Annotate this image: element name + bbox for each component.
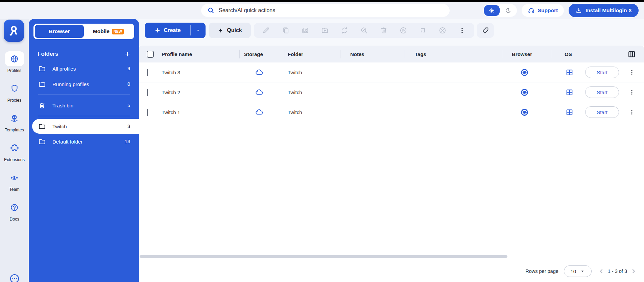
folder-item-trash-bin[interactable]: Trash bin 5 xyxy=(29,98,139,113)
next-page-button[interactable] xyxy=(628,268,639,275)
previous-page-button[interactable] xyxy=(596,268,606,275)
verify-proxy-icon[interactable] xyxy=(360,26,368,34)
duplicate-icon[interactable] xyxy=(282,26,290,34)
move-to-folder-icon[interactable] xyxy=(321,26,329,34)
divider xyxy=(38,95,130,95)
row-menu-button[interactable] xyxy=(628,69,635,76)
rail-item-extensions[interactable]: Extensions xyxy=(0,137,29,167)
columns-settings-button[interactable] xyxy=(627,50,636,58)
create-label: Create xyxy=(164,27,181,33)
light-theme-button[interactable] xyxy=(484,5,500,16)
profile-name[interactable]: Twitch 1 xyxy=(158,109,239,115)
rail-item-profiles[interactable]: Profiles xyxy=(0,48,29,78)
search-icon xyxy=(207,7,215,14)
rail-item-templates[interactable]: Templates xyxy=(0,107,29,137)
folder-label: Trash bin xyxy=(52,103,127,108)
mimic-browser-icon xyxy=(520,108,552,117)
page-size-select[interactable]: 10 xyxy=(564,265,592,277)
edit-icon[interactable] xyxy=(262,26,270,34)
row-menu-button[interactable] xyxy=(628,109,635,116)
folder-item-all-profiles[interactable]: All profiles 9 xyxy=(29,61,139,76)
tab-mobile-label: Mobile xyxy=(93,28,110,34)
row-menu-button[interactable] xyxy=(628,89,635,96)
start-button[interactable]: Start xyxy=(585,86,619,98)
folder-icon xyxy=(38,138,46,146)
create-button[interactable]: Create xyxy=(145,23,206,38)
search-input[interactable] xyxy=(219,7,444,14)
dark-theme-button[interactable] xyxy=(500,5,516,16)
rail-item-proxies[interactable]: Proxies xyxy=(0,78,29,107)
quick-button[interactable]: Quick xyxy=(209,23,251,38)
tab-mobile[interactable]: Mobile NEW xyxy=(84,25,133,38)
app-logo[interactable] xyxy=(4,20,24,42)
folder-label: Twitch xyxy=(52,124,127,129)
row-checkbox[interactable] xyxy=(147,89,148,96)
divider xyxy=(38,116,130,116)
rail-label: Team xyxy=(9,187,20,192)
start-button[interactable]: Start xyxy=(585,67,619,78)
column-header-tags[interactable]: Tags xyxy=(405,46,503,62)
folder-item-running-profiles[interactable]: Running profiles 0 xyxy=(29,76,139,92)
rail-item-team[interactable]: Team xyxy=(0,167,29,197)
folder-label: All profiles xyxy=(52,66,127,72)
select-icon[interactable] xyxy=(419,26,427,34)
quick-label: Quick xyxy=(227,27,242,33)
team-icon xyxy=(10,173,19,182)
folder-count: 5 xyxy=(127,103,130,108)
profile-name[interactable]: Twitch 3 xyxy=(158,70,239,75)
cloud-icon xyxy=(255,108,285,117)
bulk-actions-bar xyxy=(254,23,474,38)
folder-icon xyxy=(38,123,46,130)
support-button[interactable]: Support xyxy=(522,4,564,17)
create-dropdown-button[interactable] xyxy=(191,28,206,33)
columns-icon xyxy=(627,50,636,58)
clone-profile-icon[interactable] xyxy=(301,26,309,34)
more-actions-icon[interactable] xyxy=(458,26,466,34)
delete-icon[interactable] xyxy=(380,26,388,34)
column-header-storage[interactable]: Storage xyxy=(239,46,285,62)
tab-browser-label: Browser xyxy=(49,28,70,34)
row-checkbox[interactable] xyxy=(147,69,148,76)
select-all-checkbox[interactable] xyxy=(147,51,154,58)
kebab-icon xyxy=(628,69,635,76)
refresh-icon[interactable] xyxy=(340,26,349,34)
chevron-down-icon xyxy=(195,28,201,33)
pagination: Rows per page 10 1 - 3 of 3 xyxy=(525,265,644,277)
tags-button[interactable] xyxy=(477,23,494,38)
column-header-folder[interactable]: Folder xyxy=(285,46,340,62)
folder-label: Running profiles xyxy=(52,81,127,87)
rows-per-page-label: Rows per page xyxy=(525,268,558,274)
profile-name[interactable]: Twitch 2 xyxy=(158,89,239,95)
table-header: Profile name Storage Folder Notes Tags B… xyxy=(139,46,644,62)
folder-item-default-folder[interactable]: Default folder 13 xyxy=(29,134,139,149)
column-header-notes[interactable]: Notes xyxy=(340,46,405,62)
start-button[interactable]: Start xyxy=(585,106,619,118)
cancel-icon[interactable] xyxy=(438,26,447,34)
folder-count: 9 xyxy=(127,66,130,71)
rail-item-docs[interactable]: Docs xyxy=(0,197,29,226)
multilogin-logo-icon xyxy=(8,24,20,37)
headset-icon xyxy=(528,7,535,14)
kebab-icon xyxy=(628,89,635,96)
tab-browser[interactable]: Browser xyxy=(35,25,84,38)
rail-label: Templates xyxy=(5,128,24,132)
more-menu-button[interactable] xyxy=(9,273,20,282)
profiles-toolbar: Create Quick xyxy=(139,23,644,38)
horizontal-scrollbar[interactable] xyxy=(140,255,507,258)
column-header-browser[interactable]: Browser xyxy=(503,46,552,62)
row-checkbox[interactable] xyxy=(147,109,148,116)
add-folder-button[interactable] xyxy=(124,51,131,57)
install-button[interactable]: Install Multilogin X xyxy=(569,4,639,17)
launch-icon[interactable] xyxy=(399,26,407,34)
profile-type-tabs: Browser Mobile NEW xyxy=(33,24,134,39)
cloud-icon xyxy=(255,68,285,77)
column-header-os[interactable]: OS xyxy=(552,46,582,62)
download-icon xyxy=(575,7,582,14)
plus-icon xyxy=(124,51,131,57)
folder-count: 3 xyxy=(127,124,130,129)
column-header-profile-name[interactable]: Profile name xyxy=(158,46,239,62)
theme-toggle xyxy=(483,4,517,17)
search-bar[interactable] xyxy=(201,4,450,17)
ellipsis-circle-icon xyxy=(9,273,20,282)
folder-item-twitch[interactable]: Twitch 3 xyxy=(32,119,139,134)
